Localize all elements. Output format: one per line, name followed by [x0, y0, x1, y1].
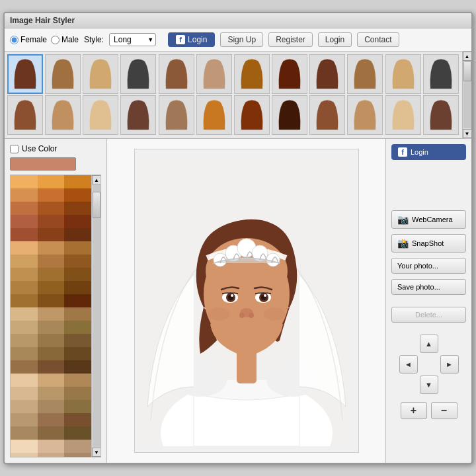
color-cell[interactable]	[64, 268, 91, 281]
color-cell[interactable]	[38, 228, 65, 241]
color-cell[interactable]	[38, 453, 65, 457]
swatch-item[interactable]	[83, 95, 118, 135]
color-cell[interactable]	[11, 228, 38, 241]
color-cell[interactable]	[64, 374, 91, 387]
color-cell[interactable]	[11, 347, 38, 360]
color-cell[interactable]	[38, 215, 65, 228]
color-cell[interactable]	[11, 175, 38, 188]
swatch-item[interactable]	[309, 54, 345, 94]
swatch-item[interactable]	[234, 95, 270, 135]
color-cell[interactable]	[11, 453, 38, 457]
color-cell[interactable]	[64, 202, 91, 215]
swatch-item[interactable]	[7, 95, 43, 135]
swatch-item[interactable]	[45, 54, 81, 94]
color-palette[interactable]: ▲ ▼	[10, 175, 101, 457]
swatch-item[interactable]	[423, 95, 459, 135]
style-select[interactable]: Long Short Medium Curly	[109, 33, 156, 46]
male-radio-label[interactable]: Male	[51, 35, 79, 44]
color-cell[interactable]	[38, 387, 65, 400]
scroll-down-arrow[interactable]: ▼	[463, 129, 472, 138]
color-cell[interactable]	[64, 453, 91, 457]
color-cell[interactable]	[11, 255, 38, 268]
color-cell[interactable]	[11, 426, 38, 440]
color-cell[interactable]	[64, 294, 91, 307]
color-cell[interactable]	[11, 268, 38, 281]
color-swatch-bar[interactable]	[10, 157, 76, 171]
color-cell[interactable]	[38, 307, 65, 321]
nav-down-button[interactable]: ▼	[420, 376, 438, 394]
color-cell[interactable]	[64, 241, 91, 255]
color-cell[interactable]	[38, 413, 65, 426]
swatch-item[interactable]	[309, 95, 345, 135]
use-color-checkbox[interactable]	[10, 145, 19, 153]
color-cell[interactable]	[38, 175, 65, 188]
zoom-out-button[interactable]: −	[431, 402, 457, 419]
color-cell[interactable]	[64, 400, 91, 413]
zoom-in-button[interactable]: +	[401, 402, 427, 419]
fb-connect-button[interactable]: f Login	[391, 144, 466, 160]
color-cell[interactable]	[38, 321, 65, 334]
color-cell[interactable]	[38, 426, 65, 440]
swatch-item[interactable]	[196, 54, 232, 94]
your-photo-button[interactable]: Your photo...	[391, 258, 466, 274]
webcamera-button[interactable]: 📷 WebCamera	[391, 210, 466, 229]
swatch-item[interactable]	[234, 54, 270, 94]
save-photo-button[interactable]: Save photo...	[391, 279, 466, 295]
color-cell[interactable]	[64, 426, 91, 440]
color-cell[interactable]	[11, 241, 38, 255]
color-cell[interactable]	[38, 347, 65, 360]
color-cell[interactable]	[38, 241, 65, 255]
color-cell[interactable]	[38, 334, 65, 347]
swatch-item[interactable]	[159, 54, 194, 94]
snapshot-button[interactable]: 📸 SnapShot	[391, 234, 466, 253]
color-cell[interactable]	[11, 440, 38, 453]
swatch-item[interactable]	[159, 95, 194, 135]
nav-up-button[interactable]: ▲	[420, 335, 438, 353]
color-cell[interactable]	[64, 360, 91, 374]
color-cell[interactable]	[38, 188, 65, 202]
swatch-item[interactable]	[45, 95, 81, 135]
swatch-item[interactable]	[385, 95, 421, 135]
color-cell[interactable]	[64, 440, 91, 453]
male-radio[interactable]	[51, 36, 60, 44]
swatch-item[interactable]	[347, 54, 383, 94]
color-cell[interactable]	[11, 334, 38, 347]
swatch-item[interactable]	[423, 54, 459, 94]
fb-login-button[interactable]: f Login	[168, 32, 215, 47]
contact-button[interactable]: Contact	[357, 32, 399, 47]
color-cell[interactable]	[64, 215, 91, 228]
swatch-item[interactable]	[196, 95, 232, 135]
swatch-item[interactable]	[120, 54, 156, 94]
signup-button[interactable]: Sign Up	[220, 32, 263, 47]
color-cell[interactable]	[38, 255, 65, 268]
color-cell[interactable]	[11, 202, 38, 215]
color-cell[interactable]	[11, 400, 38, 413]
palette-scroll-up[interactable]: ▲	[92, 175, 101, 184]
swatch-item[interactable]	[385, 54, 421, 94]
color-cell[interactable]	[11, 374, 38, 387]
color-cell[interactable]	[64, 334, 91, 347]
register-button[interactable]: Register	[268, 32, 313, 47]
color-cell[interactable]	[38, 281, 65, 294]
color-cell[interactable]	[38, 400, 65, 413]
color-cell[interactable]	[38, 202, 65, 215]
female-radio[interactable]	[10, 36, 19, 44]
color-cell[interactable]	[11, 294, 38, 307]
color-cell[interactable]	[64, 228, 91, 241]
color-cell[interactable]	[11, 321, 38, 334]
color-cell[interactable]	[38, 294, 65, 307]
color-cell[interactable]	[11, 215, 38, 228]
nav-right-button[interactable]: ►	[440, 355, 459, 374]
color-cell[interactable]	[64, 175, 91, 188]
scroll-thumb[interactable]	[463, 61, 471, 81]
login-button[interactable]: Login	[318, 32, 352, 47]
color-cell[interactable]	[11, 413, 38, 426]
color-cell[interactable]	[38, 360, 65, 374]
color-cell[interactable]	[11, 188, 38, 202]
swatch-item[interactable]	[120, 95, 156, 135]
swatch-item[interactable]	[272, 54, 307, 94]
color-cell[interactable]	[64, 281, 91, 294]
female-radio-label[interactable]: Female	[10, 35, 47, 44]
color-cell[interactable]	[38, 268, 65, 281]
palette-scroll-thumb[interactable]	[93, 192, 100, 218]
